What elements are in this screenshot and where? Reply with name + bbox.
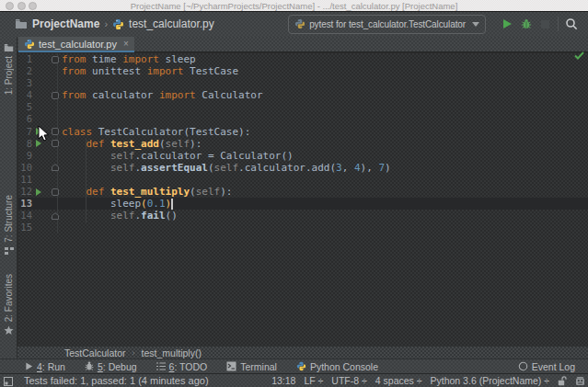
- line-ending-widget[interactable]: LF ÷: [304, 375, 323, 386]
- code-line-10[interactable]: 10 self.assertEqual(self.calculator.add(…: [18, 162, 588, 174]
- debug-button[interactable]: [516, 15, 536, 33]
- run-test-icon[interactable]: [36, 188, 41, 196]
- run-configuration-select[interactable]: pytest for test_calculator.TestCalculato…: [288, 15, 486, 34]
- run-configuration-label: pytest for test_calculator.TestCalculato…: [309, 19, 466, 29]
- toolwindow-label: 6: TODO: [169, 361, 208, 372]
- encoding-widget[interactable]: UTF-8 ÷: [331, 375, 366, 386]
- caret-position-widget[interactable]: 13:18: [271, 375, 295, 386]
- code-line-5[interactable]: 5: [18, 101, 588, 113]
- gutter-fold-column: [44, 113, 57, 125]
- toolwindow-terminal[interactable]: Terminal: [226, 361, 277, 372]
- toolwindow-run[interactable]: 4: Run: [25, 361, 65, 372]
- code-line-8[interactable]: 8 def test_add(self):: [18, 138, 588, 150]
- line-number: 11: [18, 174, 32, 186]
- indent-guide: [86, 138, 86, 222]
- fold-start-icon[interactable]: [52, 56, 59, 63]
- unlocked-icon[interactable]: [558, 376, 567, 386]
- status-widgets: 13:18 LF ÷ UTF-8 ÷ 4 spaces ÷ Python 3.6…: [271, 375, 585, 386]
- toolwindow-todo[interactable]: 6: TODO: [156, 361, 208, 372]
- gutter-fold-column: [44, 77, 57, 89]
- tab-label: test_calculator.py: [39, 39, 117, 50]
- chevron-down-icon: [472, 22, 479, 27]
- gutter-fold-column: [44, 65, 57, 77]
- code-editor[interactable]: 1from time import sleep2from unittest im…: [18, 53, 588, 347]
- gutter-fold-column: [44, 186, 57, 198]
- code-text: sleep(0.1): [57, 198, 588, 210]
- sidebar-label-favorites: 2: Favorites: [4, 274, 14, 322]
- gutter-run-column: [32, 101, 44, 113]
- todo-toolwindow-icon: [156, 362, 166, 370]
- breadcrumb-project[interactable]: ProjectName: [32, 17, 99, 30]
- toolwindow-label: Python Console: [310, 361, 378, 372]
- sidebar-item-favorites[interactable]: 2: Favorites: [0, 274, 17, 336]
- stop-button[interactable]: [536, 15, 555, 33]
- code-line-11[interactable]: 11: [18, 174, 588, 186]
- code-line-14[interactable]: 14 self.fail(): [18, 210, 588, 222]
- code-line-3[interactable]: 3: [18, 77, 588, 89]
- code-text: self.fail(): [57, 210, 588, 222]
- code-line-4[interactable]: 4from calculator import Calculator: [18, 89, 588, 101]
- code-text: def test_multiply(self):: [57, 186, 588, 198]
- code-line-1[interactable]: 1from time import sleep: [18, 53, 588, 65]
- gutter-run-column: [32, 150, 44, 162]
- fold-start-icon[interactable]: [52, 128, 59, 135]
- gutter-run-column: [32, 65, 44, 77]
- code-text: [57, 77, 588, 89]
- toolwindow-python-console[interactable]: Python Console: [296, 361, 378, 372]
- status-message[interactable]: Tests failed: 1, passed: 1 (4 minutes ag…: [24, 375, 209, 386]
- breadcrumb-file[interactable]: test_calculator.py: [129, 17, 214, 30]
- gutter-run-column: [32, 162, 44, 174]
- tab-test-calculator[interactable]: test_calculator.py ×: [18, 37, 134, 52]
- line-number: 12: [18, 186, 32, 198]
- gutter-fold-column: [44, 210, 57, 222]
- code-text: class TestCalculator(TestCase):: [57, 126, 588, 138]
- code-text: [57, 113, 588, 125]
- toolwindow-event-log[interactable]: Event Log: [518, 361, 575, 372]
- line-number: 3: [18, 77, 32, 89]
- sidebar-item-project[interactable]: 1: Project: [0, 43, 17, 95]
- fold-start-icon[interactable]: [52, 92, 59, 99]
- indent-widget[interactable]: 4 spaces ÷: [375, 375, 422, 386]
- project-icon: [4, 43, 14, 52]
- tab-close-icon[interactable]: ×: [123, 39, 129, 49]
- fold-end-icon[interactable]: [52, 164, 59, 171]
- code-line-12[interactable]: 12 def test_multiply(self):: [18, 186, 588, 198]
- code-line-6[interactable]: 6: [18, 113, 588, 125]
- fold-start-icon[interactable]: [52, 140, 59, 147]
- pytest-icon: [294, 18, 306, 29]
- code-line-15[interactable]: 15: [18, 222, 588, 233]
- code-line-2[interactable]: 2from unittest import TestCase: [18, 65, 588, 77]
- code-line-7[interactable]: 7class TestCalculator(TestCase):: [18, 126, 588, 138]
- gutter-run-column: [32, 89, 44, 101]
- toolwindow-label: Event Log: [532, 361, 575, 372]
- gutter-run-column: [32, 186, 44, 198]
- line-number: 10: [18, 162, 32, 174]
- debug-toolwindow-icon: [85, 361, 94, 371]
- toolwindow-switcher-icon[interactable]: [4, 377, 13, 386]
- fold-end-icon[interactable]: [52, 212, 59, 220]
- toolbar-separator: [558, 17, 559, 31]
- code-text: from time import sleep: [57, 53, 588, 65]
- search-everywhere-icon[interactable]: [561, 15, 581, 33]
- line-number: 7: [18, 126, 32, 138]
- theme-indicator-icon[interactable]: [575, 376, 585, 386]
- gutter-fold-column: [44, 222, 57, 233]
- gutter-fold-column: [44, 89, 57, 101]
- breadcrumb-class[interactable]: TestCalculator: [64, 347, 126, 359]
- breadcrumb-separator: ›: [104, 18, 108, 29]
- code-line-13[interactable]: 13 sleep(0.1): [18, 198, 588, 210]
- interpreter-widget[interactable]: Python 3.6 (ProjectName) ÷: [431, 375, 549, 386]
- inspections-ok-icon[interactable]: [574, 51, 584, 60]
- gutter-fold-column: [44, 53, 57, 65]
- toolwindow-debug[interactable]: 5: Debug: [85, 361, 137, 372]
- breadcrumb-method[interactable]: test_multiply(): [142, 347, 202, 359]
- code-line-9[interactable]: 9 self.calculator = Calculator(): [18, 150, 588, 162]
- run-button[interactable]: [497, 15, 516, 33]
- gutter-fold-column: [44, 162, 57, 174]
- fold-start-icon[interactable]: [52, 188, 59, 196]
- gutter-run-column: [32, 198, 44, 210]
- code-text: def test_add(self):: [57, 138, 588, 150]
- code-text: self.assertEqual(self.calculator.add(3, …: [57, 162, 588, 174]
- mouse-cursor: [38, 125, 50, 142]
- sidebar-item-structure[interactable]: 7: Structure: [0, 195, 17, 256]
